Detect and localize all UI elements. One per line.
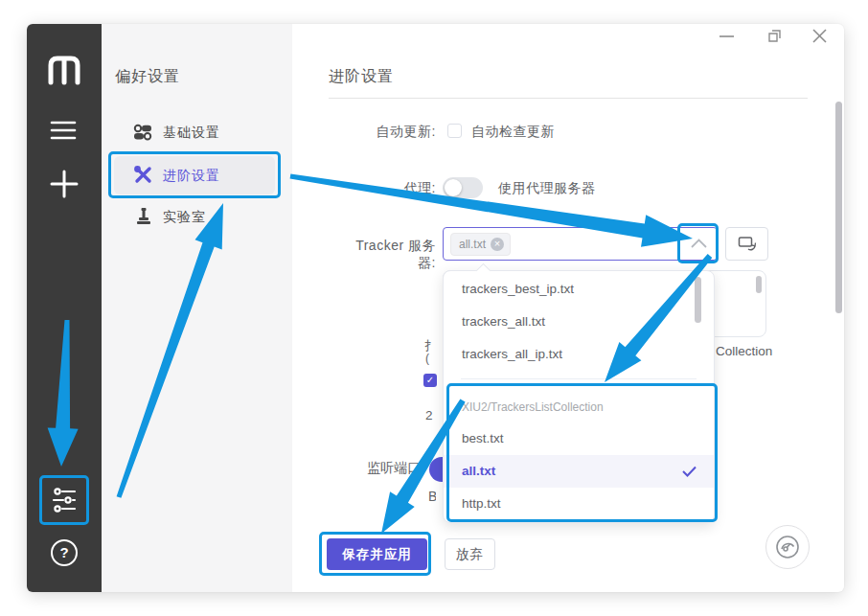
dropdown-scrollbar[interactable]	[695, 277, 701, 323]
gauge-icon	[774, 534, 801, 560]
tracker-dropdown: trackers_best_ip.txt trackers_all.txt tr…	[443, 270, 715, 523]
advanced-settings-icon	[133, 165, 153, 185]
tracker-selected-tag[interactable]: all.txt ×	[450, 233, 511, 256]
hidden-text-fragment-2: (	[425, 352, 429, 365]
help-icon[interactable]: ?	[51, 539, 78, 566]
proxy-toggle-label: 使用代理服务器	[498, 180, 596, 197]
speed-limit-button[interactable]	[765, 525, 810, 569]
page-title: 进阶设置	[329, 67, 394, 87]
dropdown-group-divider	[461, 378, 697, 379]
minimize-icon[interactable]	[719, 34, 736, 39]
auto-update-checkbox[interactable]	[447, 124, 462, 138]
preferences-panel	[102, 24, 292, 592]
title-divider	[329, 98, 808, 99]
dropdown-item[interactable]: best.txt	[444, 422, 714, 455]
hidden-text-fragment-3: 2	[425, 408, 433, 422]
dropdown-group-label: XIU2/TrackersListCollection	[444, 393, 714, 422]
textarea-scrollbar[interactable]	[756, 276, 762, 293]
preferences-title: 偏好设置	[115, 67, 180, 87]
save-apply-button[interactable]: 保存并应用	[327, 538, 427, 570]
motrix-logo	[47, 55, 81, 85]
dropdown-item[interactable]: trackers_all_ip.txt	[444, 338, 714, 371]
proxy-toggle[interactable]	[443, 177, 483, 198]
close-icon[interactable]	[811, 28, 828, 44]
toggle-knob	[445, 179, 462, 196]
task-list-icon[interactable]	[50, 119, 77, 142]
listen-port-label: 监听端口	[367, 460, 421, 477]
dropdown-item-selected[interactable]: all.txt	[444, 455, 714, 488]
dropdown-item[interactable]: trackers_all.txt	[444, 306, 714, 338]
dropdown-item[interactable]: trackers_best_ip.txt	[444, 273, 714, 306]
sidebar-item-lab[interactable]: 实验室	[163, 209, 206, 226]
sidebar-item-basic-settings[interactable]: 基础设置	[163, 125, 220, 142]
check-icon	[682, 466, 697, 477]
tag-close-icon[interactable]: ×	[491, 238, 504, 251]
auto-update-label: 自动更新:	[340, 124, 436, 141]
tracker-server-label: Tracker 服务器:	[340, 238, 436, 272]
discard-button[interactable]: 放弃	[445, 538, 495, 570]
auto-update-checkbox-label[interactable]: 自动检查更新	[471, 124, 555, 141]
main-scrollbar[interactable]	[835, 102, 842, 313]
dropdown-item[interactable]: http.txt	[444, 488, 714, 520]
sidebar-item-advanced-settings-label[interactable]: 进阶设置	[163, 168, 220, 185]
add-task-icon[interactable]	[49, 169, 80, 199]
chevron-up-icon[interactable]	[691, 239, 707, 248]
tag-label: all.txt	[459, 238, 486, 251]
tracker-source-link-fragment: Collection	[716, 344, 772, 358]
hidden-checkbox-fragment[interactable]: ✓	[423, 374, 437, 387]
sync-icon	[738, 236, 757, 252]
refresh-trackers-button[interactable]	[725, 227, 768, 261]
maximize-icon[interactable]	[767, 29, 783, 44]
hidden-text-fragment-4: B	[428, 489, 436, 504]
preferences-sliders-icon[interactable]	[50, 486, 79, 514]
basic-settings-icon	[133, 123, 152, 142]
proxy-label: 代理:	[340, 180, 436, 197]
lab-icon	[135, 207, 152, 225]
